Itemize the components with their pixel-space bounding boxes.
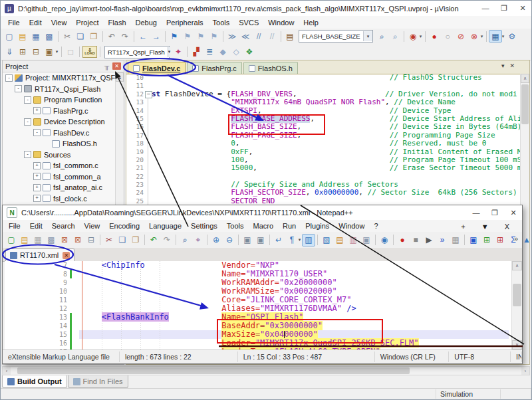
uvision-titlebar[interactable]: µ D:\github_repo_jay\imxrt-tool-flash-al…	[1, 1, 531, 17]
scroll-up-icon[interactable]: ▲	[116, 72, 124, 82]
npp-menu-file[interactable]: File	[4, 221, 25, 231]
breakpoint-enable-icon[interactable]: ○	[441, 30, 454, 43]
zoom-in-icon[interactable]: ⊕	[209, 234, 223, 247]
close-all-icon[interactable]: ⊠	[71, 234, 84, 247]
npp-menu-edit[interactable]: Edit	[25, 221, 47, 231]
target-options-icon[interactable]: ✦	[172, 46, 185, 58]
plugin-up-icon[interactable]: ▲	[520, 234, 532, 247]
sidebar-item-fsl-common-c[interactable]: +fsl_common.c	[3, 160, 116, 171]
pin-icon[interactable]: ╥	[102, 62, 111, 70]
collapse-icon[interactable]: -	[15, 85, 22, 92]
npp-code-line[interactable]: 17 LoaderType="FLASH_ALGO_TYPE_OPEN"	[5, 348, 511, 350]
translate-icon[interactable]: ⇓	[3, 46, 16, 58]
uv-menu-file[interactable]: File	[3, 17, 25, 28]
window-layout-icon[interactable]: ▦	[489, 30, 502, 43]
pack-installer-icon[interactable]: ❖	[243, 46, 256, 58]
target-select-combo[interactable]: RT117x_Qspi_Flash▾	[104, 46, 170, 58]
collapse-icon[interactable]: -	[33, 129, 41, 136]
sidebar-item-program-function[interactable]: -Program Function	[3, 94, 116, 106]
sidebar-item-fsl-common-a[interactable]: +fsl_common_a	[3, 171, 116, 183]
uv-menu-svcs[interactable]: SVCS	[234, 17, 263, 28]
chevron-down-icon[interactable]: ▾	[363, 31, 372, 41]
npp-menu-macro[interactable]: Macro	[248, 221, 278, 231]
undo-icon[interactable]: ↶	[105, 30, 118, 43]
sidebar-item-fsl-anatop-ai-c[interactable]: +fsl_anatop_ai.c	[3, 182, 116, 193]
macro-play-icon[interactable]: ▶	[422, 234, 436, 247]
notepadpp-titlebar[interactable]: N C:\Users\r..........AppData\Roaming\SE…	[3, 205, 522, 221]
uv-menu-edit[interactable]: Edit	[25, 17, 47, 28]
function-list-icon[interactable]: ▤	[333, 234, 346, 247]
new-file-icon[interactable]: ▢	[5, 234, 18, 247]
project-panel-header[interactable]: Project ╥ ✕	[3, 60, 124, 72]
redo-icon[interactable]: ↷	[118, 30, 132, 43]
uv-menu-help[interactable]: Help	[299, 17, 323, 28]
open-file-icon[interactable]: ▤	[16, 30, 29, 43]
new-file-icon[interactable]: ▢	[3, 30, 16, 43]
plugin-grid-green-icon[interactable]: ⊞	[480, 234, 493, 247]
sidebar-item-device-description[interactable]: -Device Description	[3, 116, 116, 128]
replace-icon[interactable]: ⌖	[192, 234, 205, 247]
notepadpp-maximize-button[interactable]: ❐	[490, 209, 499, 217]
npp-menu-language[interactable]: Language	[144, 221, 186, 231]
stop-build-icon[interactable]: ◻	[64, 46, 77, 58]
configure-icon[interactable]: ⚙	[505, 30, 519, 43]
bookmark-prev-icon[interactable]: ⚑	[181, 30, 194, 43]
build-icon[interactable]: ⊞	[16, 46, 29, 58]
find-in-files-book-icon[interactable]: ▤	[283, 30, 297, 43]
npp-extra--[interactable]: ▼	[477, 221, 493, 232]
breakpoint-toggle-icon[interactable]: ●	[428, 30, 441, 43]
uv-menu-debug[interactable]: Debug	[131, 17, 162, 28]
npp-menu-help[interactable]: ?	[369, 221, 382, 231]
sidebar-item-flashos-h[interactable]: FlashOS.h	[3, 138, 116, 150]
copy-icon[interactable]: ❏	[74, 30, 87, 43]
incremental-find-icon[interactable]: ⌕	[388, 30, 402, 43]
bookmark-next-icon[interactable]: ⚑	[194, 30, 207, 43]
uv-menu-flash[interactable]: Flash	[104, 17, 131, 28]
tab-flashos-h[interactable]: FlashOS.h	[243, 62, 298, 74]
tab-find-in-files[interactable]: Find In Files	[68, 375, 128, 388]
manage-books-icon[interactable]: ≣	[203, 46, 216, 58]
bookmark-toggle-icon[interactable]: ⚑	[168, 30, 181, 43]
save-all-icon[interactable]: ▩	[45, 234, 58, 247]
expand-icon[interactable]: +	[33, 195, 41, 202]
npp-menu-tools[interactable]: Tools	[222, 221, 249, 231]
collapse-icon[interactable]: -	[24, 96, 31, 104]
bookmark-clear-icon[interactable]: ⚑	[207, 30, 221, 43]
npp-menu-search[interactable]: Search	[47, 221, 80, 231]
find-icon[interactable]: ⌕	[178, 234, 192, 247]
tab-close-icon[interactable]: ✕	[63, 252, 70, 259]
find-dropdown-icon[interactable]: ◉	[406, 30, 420, 43]
uv-menu-window[interactable]: Window	[263, 17, 299, 28]
plugin-grid-red-icon[interactable]: ⊞	[493, 234, 507, 247]
batch-build-icon[interactable]: ▣	[43, 46, 56, 58]
comment-icon[interactable]: //	[252, 30, 265, 43]
expand-icon[interactable]: +	[33, 173, 41, 180]
sidebar-item-flashdev-c[interactable]: -FlashDev.c	[3, 128, 116, 139]
expand-icon[interactable]: +	[33, 184, 41, 191]
nav-back-icon[interactable]: ←	[136, 30, 150, 43]
uncomment-icon[interactable]: //	[265, 30, 279, 43]
sidebar-item-project-mimxrt117x-qsf[interactable]: -Project: MIMXRT117x_QSF	[3, 72, 116, 84]
collapse-icon[interactable]: -	[24, 151, 31, 158]
code-fold-icon[interactable]: –	[145, 91, 152, 98]
uvision-maximize-button[interactable]: ❐	[499, 4, 509, 13]
tab-build-output[interactable]: Build Output	[2, 375, 67, 388]
breakpoint-kill-icon[interactable]: ⊗	[467, 30, 481, 43]
manage-flags-icon[interactable]: ◇	[229, 46, 243, 58]
cut-icon[interactable]: ✂	[102, 234, 116, 247]
npp-menu-settings[interactable]: Settings	[186, 221, 222, 231]
download-load-icon[interactable]: ⇩LOAD	[82, 46, 97, 58]
npp-menu-window[interactable]: Window	[334, 221, 369, 231]
cut-icon[interactable]: ✂	[61, 30, 74, 43]
uv-menu-peripherals[interactable]: Peripherals	[162, 17, 208, 28]
npp-menu-encoding[interactable]: Encoding	[104, 221, 144, 231]
paste-icon[interactable]: ❐	[129, 234, 142, 247]
collapse-icon[interactable]: -	[5, 74, 13, 82]
scroll-down-icon[interactable]: ∨	[512, 340, 522, 350]
open-file-icon[interactable]: ▤	[18, 234, 31, 247]
hscroll-thumb[interactable]	[17, 367, 410, 374]
toolbar-overflow-icon[interactable]: »	[514, 235, 518, 243]
folder-as-workspace-icon[interactable]: ▥	[346, 234, 360, 247]
close-icon[interactable]: ⊠	[58, 234, 71, 247]
sidebar-item-fsl-clock-c[interactable]: +fsl_clock.c	[3, 193, 116, 205]
